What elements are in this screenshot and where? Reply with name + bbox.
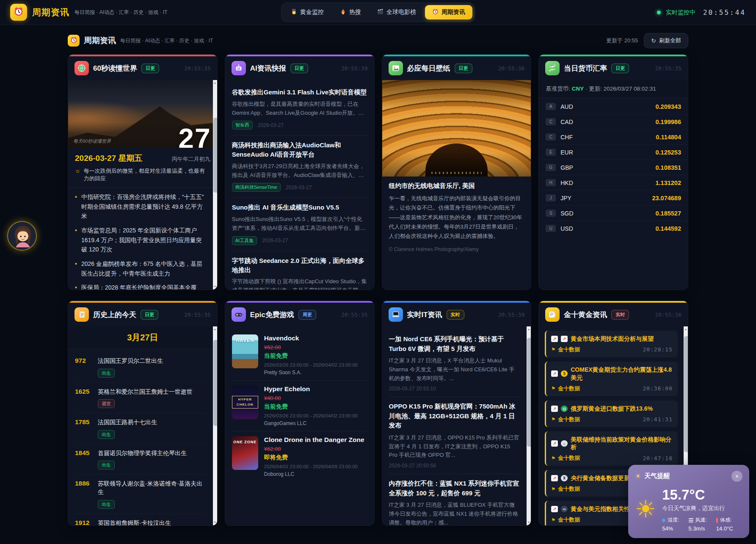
card-title: AI资讯快报	[250, 64, 286, 73]
history-event[interactable]: 1886苏联领导人谢尔盖·米洛诺维奇·基洛夫出生出生	[75, 475, 206, 514]
history-event[interactable]: 1845首届诺贝尔物理学奖得主伦琴出生出生	[75, 444, 206, 475]
close-icon[interactable]: ×	[731, 471, 742, 482]
tab-gold-monitor[interactable]: 黄金监控	[284, 5, 331, 19]
sun-icon: ☀	[635, 497, 656, 521]
tab-label: 热搜	[349, 8, 361, 16]
list-item[interactable]: 2026 金扁鹊榜单发布：675 名中医入选，基层医生占比提升，中青年医生成主力	[75, 259, 206, 278]
world-news-list: 中指研究院：百强房企洗牌或将持续，“十五五” 时期全国城镇住房需求总量预计达 4…	[68, 188, 217, 290]
news-datetime: 2026-03-27 20:50:56	[389, 463, 520, 469]
nav-tab-bar: 黄金监控 热搜 全球电影榜 周期资讯	[281, 3, 475, 22]
card-timestamp: 20:55:39	[498, 312, 525, 318]
event-type-badge: 出生	[98, 500, 115, 509]
event-type-badge: 出生	[98, 461, 115, 469]
currency-exchange-icon: ¥$	[545, 61, 560, 75]
fx-row[interactable]: CCHF0.114804	[539, 130, 688, 145]
fx-row[interactable]: AAUD0.209343	[539, 99, 688, 114]
tab-global-movies[interactable]: 全球电影榜	[370, 5, 423, 19]
svg-text:$: $	[554, 64, 555, 67]
fx-row[interactable]: EEUR0.125253	[539, 145, 688, 160]
news-item[interactable]: 字节跳动 Seedance 2.0 正式出海，面向全球多地推出 字节跳动旗下剪映…	[232, 251, 367, 290]
card-timestamp: 20:55:35	[184, 65, 211, 72]
scrollbar[interactable]: ▲▼	[527, 326, 531, 525]
fx-row[interactable]: JJPY23.074689	[539, 191, 688, 206]
app-logo[interactable]	[10, 4, 27, 21]
card-title: 60秒读懂世界	[93, 64, 137, 73]
humidity-stat: 湿度: 54%	[662, 516, 679, 532]
news-datetime: 2026-03-27 20:53:10	[389, 386, 520, 392]
news-date: 2026-03-27	[262, 237, 288, 243]
news-date: 2026-03-27	[258, 122, 284, 128]
card-title: 金十黄金资讯	[564, 310, 607, 320]
news-item[interactable]: OPPO K15 Pro 新机现身官网：7500mAh 冰川电池、最高 12GB…	[389, 397, 520, 474]
alarm-clock-icon	[432, 8, 439, 16]
chart-up-icon: ↗	[551, 336, 558, 342]
day-number: 27	[178, 122, 211, 148]
card-title: Epic免费游戏	[250, 310, 294, 320]
source: 金十数据	[558, 454, 580, 462]
wallpaper-image[interactable]	[382, 80, 531, 177]
original-price: ¥62.00	[264, 446, 367, 452]
card-title: 历史上的今天	[93, 310, 136, 320]
base-currency-row: 基准货币: CNY · 更新: 2026/03/27 08:02:31	[539, 80, 688, 98]
game-item[interactable]: HYPER CHELON Hyper Echelon ¥40.00 当前免费 2…	[232, 381, 367, 431]
news-item[interactable]: 谷歌发推出Gemini 3.1 Flash Live实时语音模型 谷歌推出模型，…	[232, 83, 367, 135]
tab-periodic-news[interactable]: 周期资讯	[425, 5, 472, 19]
tab-hot-search[interactable]: 热搜	[333, 5, 368, 19]
fx-row[interactable]: GGBP0.108351	[539, 160, 688, 175]
temple-icon: ♜	[561, 475, 568, 481]
bank-icon: ⌂	[561, 440, 568, 447]
gold-news-item[interactable]: ↗$COMEX黄金期货主力合约震荡上涨4.8美元 ⚑金十数据20:36:00	[545, 362, 678, 396]
news-item[interactable]: 一加 Nord CE6 系列手机曝光：预计基于 Turbo 6V 微调，有望 5…	[389, 330, 520, 397]
gold-news-item[interactable]: ↗↗黄金市场本周技术面分析与展望 ⚑金十数据20:28:15	[545, 331, 678, 357]
scrollbar[interactable]: ▲▼	[213, 326, 217, 525]
lunar-date: 丙午年二月初九	[172, 155, 210, 163]
list-item[interactable]: 医保局：2028 年底长护险制度全国基本全覆盖；长护险不设起付线，报销比例体现权…	[75, 283, 206, 290]
flame-icon	[340, 8, 346, 16]
sun-small-icon: ☀	[635, 472, 641, 480]
newspaper-icon	[545, 307, 560, 322]
history-event[interactable]: 1785法国国王路易十七出生出生	[75, 413, 206, 444]
update-badge: 日更	[141, 64, 159, 73]
card-title: 必应每日壁纸	[407, 64, 450, 73]
history-event[interactable]: 1912英国首相詹姆斯·卡拉汉出生出生	[75, 514, 206, 525]
game-item[interactable]: HAVEN Havendock ¥62.00 当前免费 2026/03/26 2…	[232, 330, 367, 381]
refresh-all-button[interactable]: ↻ 刷新全部	[644, 33, 688, 48]
fx-row[interactable]: UUSD0.144592	[539, 221, 688, 236]
news-item[interactable]: Suno推出 AI 音乐生成模型Suno V5.5 Suno推出Suno推出Su…	[232, 198, 367, 251]
news-time: 20:28:15	[643, 346, 673, 353]
history-event-list: 972法国国王罗贝尔二世出生出生 1625英格兰和爱尔兰国王詹姆士一世逝世逝世 …	[68, 349, 217, 525]
weather-toast: ☀ 天气提醒 × ☀ 15.7°C 今日天气凉爽，适宜出行 湿度: 54% 风速…	[628, 465, 749, 538]
game-thumbnail: HYPER CHELON	[232, 385, 258, 419]
fx-row[interactable]: HHKD1.131202	[539, 175, 688, 191]
fx-row[interactable]: CCAD0.199986	[539, 114, 688, 130]
scrollbar[interactable]: ▲▼	[213, 80, 217, 290]
feels-like-stat: 体感: 14.0°C	[716, 516, 733, 532]
news-date: 2026-03-27	[286, 185, 312, 191]
source: 金十数据	[558, 346, 580, 353]
weather-title: 天气提醒	[644, 472, 670, 480]
card-fx-rates: ¥$ 当日货币汇率 日更 20:55:35 基准货币: CNY · 更新: 20…	[538, 54, 688, 290]
update-badge: 实时	[611, 310, 629, 320]
publisher: GangoGames LLC	[264, 420, 367, 426]
source: 金十数据	[558, 416, 580, 423]
temperature: 15.7°C	[662, 487, 733, 503]
game-item[interactable]: ONE ZONE Clone Drone in the Danger Zone …	[232, 431, 367, 482]
flag-icon: ⚑	[551, 456, 555, 461]
fx-row[interactable]: SSGD0.185527	[539, 206, 688, 221]
gold-news-item[interactable]: ↗◍俄罗斯黄金进口数据下跌13.6% ⚑金十数据20:41:31	[545, 400, 678, 427]
list-item[interactable]: 市场监管总局：2025 年全国新设个体工商户 1619.4 万户；我国电子营业执…	[75, 226, 206, 254]
medal-icon	[291, 8, 297, 16]
droplet-icon	[662, 518, 666, 522]
fx-rate-list: AAUD0.209343 CCAD0.199986 CCHF0.114804 E…	[539, 98, 688, 237]
flag-icon: ⚑	[551, 347, 555, 352]
scroll-icon	[74, 307, 89, 322]
history-event[interactable]: 972法国国王罗贝尔二世出生出生	[75, 352, 206, 383]
news-item[interactable]: 商汤科技推出商汤输入法AudioClaw和SenseAudio AI语音开放平台…	[232, 135, 367, 198]
update-badge: 日更	[141, 310, 158, 320]
update-badge: 实时	[447, 310, 464, 320]
assistant-avatar[interactable]	[7, 221, 37, 251]
news-item[interactable]: 内存涨价扛不住：蓝狐 NX1 系列迷你手机官宣全系涨价 100 元，起售价 69…	[389, 474, 520, 525]
history-event[interactable]: 1625英格兰和爱尔兰国王詹姆士一世逝世逝世	[75, 383, 206, 414]
list-item[interactable]: 中指研究院：百强房企洗牌或将持续，“十五五” 时期全国城镇住房需求总量预计达 4…	[75, 192, 206, 221]
gold-news-item[interactable]: ↗⌂美联储维持当前政策对黄金价格影响分析 ⚑金十数据20:47:18	[545, 431, 678, 466]
